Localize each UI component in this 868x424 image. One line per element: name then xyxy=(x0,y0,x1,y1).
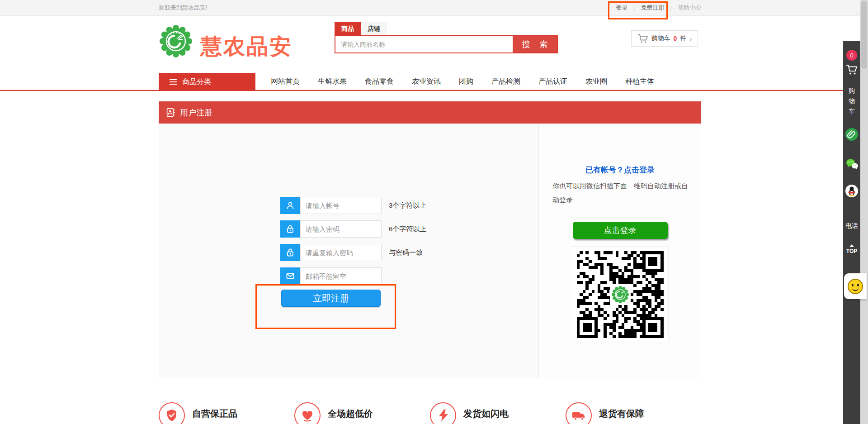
topbar-links: 登录 | 免费注册 | 帮助中心 xyxy=(616,4,701,12)
nav-item-fresh-fruit[interactable]: 生鲜水果 xyxy=(309,77,356,86)
search-module: 商品 店铺 搜 索 xyxy=(335,22,558,53)
qq-icon[interactable] xyxy=(845,185,858,197)
site-header: 慧农品安 商品 店铺 搜 索 购物车 0 件 › xyxy=(0,16,868,73)
topbar: 欢迎来到慧农品安! 登录 | 免费注册 | 帮助中心 xyxy=(0,0,868,16)
green-paperclip-icon[interactable] xyxy=(845,128,858,141)
footer-item-genuine: 自营保正品 xyxy=(159,402,294,424)
register-form: 3个字符以上 6个字符以上 xyxy=(159,124,539,378)
footer-title: 自营保正品 xyxy=(192,408,285,420)
have-account-login-link[interactable]: 已有帐号？点击登录 xyxy=(539,165,701,175)
smiley-face-icon xyxy=(848,279,863,294)
nav-item-growers[interactable]: 种植主体 xyxy=(616,77,663,86)
search-tab-goods[interactable]: 商品 xyxy=(335,22,361,35)
heart-icon xyxy=(294,402,321,424)
lock-icon xyxy=(280,244,300,261)
lightning-icon xyxy=(430,402,456,424)
email-field-row xyxy=(280,267,389,285)
sidebar-cart-label[interactable]: 购物车 xyxy=(848,86,855,117)
footer-title: 退货有保障 xyxy=(599,408,692,420)
nav-item-agri-news[interactable]: 农业资讯 xyxy=(403,77,450,86)
password-input[interactable] xyxy=(300,220,382,238)
footer-title: 全场超低价 xyxy=(328,408,420,420)
mail-icon xyxy=(280,267,300,285)
brand-logo-icon[interactable] xyxy=(160,25,192,57)
click-login-button[interactable]: 点击登录 xyxy=(573,222,668,239)
wechat-qr-code xyxy=(572,247,668,343)
nav-item-certification[interactable]: 产品认证 xyxy=(529,77,576,86)
wechat-scan-description: 你也可以用微信扫描下面二维码自动注册或自动登录 xyxy=(552,179,689,207)
scrollbar-thumb[interactable] xyxy=(861,1,867,69)
welcome-text: 欢迎来到慧农品安! xyxy=(159,4,208,12)
register-banner: 用户注册 xyxy=(159,101,701,124)
footer-item-fast-shipping: 发货如闪电 xyxy=(430,402,566,424)
shield-check-icon xyxy=(159,402,185,424)
brand-name[interactable]: 慧农品安 xyxy=(200,32,292,61)
customer-service-button[interactable] xyxy=(844,273,867,299)
footer-item-low-price: 全场超低价 xyxy=(294,402,430,424)
cart-label: 购物车 xyxy=(651,34,670,43)
nav-item-product-testing[interactable]: 产品检测 xyxy=(482,77,529,86)
register-submit-button[interactable]: 立即注册 xyxy=(281,290,381,307)
register-title: 用户注册 xyxy=(180,107,212,118)
search-input[interactable] xyxy=(335,36,513,52)
divider xyxy=(847,83,857,83)
search-button[interactable]: 搜 索 xyxy=(513,36,557,52)
arrow-up-icon xyxy=(849,244,854,247)
footer-item-returns: 退货有保障 xyxy=(566,402,701,424)
register-link[interactable]: 免费注册 xyxy=(641,4,665,12)
page: 欢迎来到慧农品安! 登录 | 免费注册 | 帮助中心 xyxy=(0,0,868,424)
divider: | xyxy=(633,5,635,11)
help-center-link[interactable]: 帮助中心 xyxy=(678,4,701,12)
footer-title: 发货如闪电 xyxy=(463,408,556,420)
confirm-password-hint: 与密码一致 xyxy=(389,244,423,261)
category-label: 商品分类 xyxy=(182,77,211,87)
search-tab-shops[interactable]: 店铺 xyxy=(361,22,387,35)
chevron-right-icon: › xyxy=(689,35,692,43)
login-link[interactable]: 登录 xyxy=(616,4,627,12)
lock-icon xyxy=(280,220,300,238)
hamburger-icon xyxy=(170,78,177,86)
nav-item-group-buy[interactable]: 团购 xyxy=(450,77,482,86)
top-label: TOP xyxy=(846,248,857,254)
nav-items: 网站首页 生鲜水果 食品零食 农业资讯 团购 产品检测 产品认证 农业圈 种植主… xyxy=(262,73,663,90)
sidebar-phone-label[interactable]: 电话 xyxy=(843,222,860,230)
header-cart-button[interactable]: 购物车 0 件 › xyxy=(631,30,698,47)
category-menu-button[interactable]: 商品分类 xyxy=(159,73,255,91)
confirm-password-input[interactable] xyxy=(300,244,382,261)
qr-center-logo-icon xyxy=(610,284,631,305)
cart-icon xyxy=(637,33,648,43)
nav-item-agri-circle[interactable]: 农业圈 xyxy=(576,77,616,86)
back-to-top-button[interactable]: TOP xyxy=(843,244,860,254)
user-icon xyxy=(280,197,300,214)
cart-unit: 件 xyxy=(680,34,686,43)
main-nav: 商品分类 网站首页 生鲜水果 食品零食 农业资讯 团购 产品检测 产品认证 农业… xyxy=(0,73,868,91)
nav-item-home[interactable]: 网站首页 xyxy=(262,77,309,86)
confirm-password-field-row: 与密码一致 xyxy=(280,244,423,261)
email-input[interactable] xyxy=(300,267,382,285)
cart-count: 0 xyxy=(674,35,677,42)
register-module: 用户注册 3个字符以上 xyxy=(159,101,701,378)
login-aside: 已有帐号？点击登录 你也可以用微信扫描下面二维码自动注册或自动登录 点击登录 xyxy=(539,124,701,378)
sidebar-cart-badge: 0 xyxy=(846,50,857,61)
truck-icon xyxy=(566,402,592,424)
account-field-row: 3个字符以上 xyxy=(280,197,426,214)
nav-item-snacks[interactable]: 食品零食 xyxy=(356,77,403,86)
password-hint: 6个字符以上 xyxy=(389,220,426,238)
floating-sidebar: 0 购物车 电话 TOP xyxy=(843,41,860,424)
service-footer: 自营保正品 全场超低价 发货如 xyxy=(0,398,868,424)
password-field-row: 6个字符以上 xyxy=(280,220,426,238)
account-hint: 3个字符以上 xyxy=(389,197,426,214)
wechat-icon[interactable] xyxy=(845,158,859,170)
divider: | xyxy=(670,5,672,11)
user-card-icon xyxy=(166,108,175,117)
account-input[interactable] xyxy=(300,197,382,214)
sidebar-cart-icon[interactable] xyxy=(846,64,858,75)
